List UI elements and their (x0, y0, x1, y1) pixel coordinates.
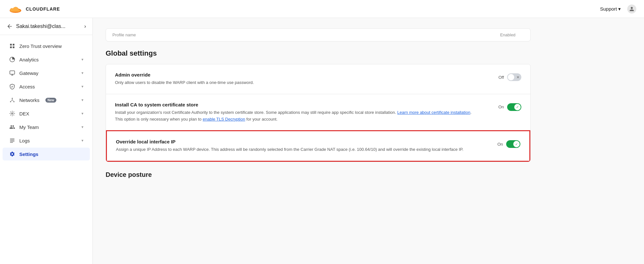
sidebar-item-zero-trust-overview[interactable]: Zero Trust overview (3, 40, 90, 52)
install-ca-desc3: for your account. (246, 117, 278, 122)
table-col-profile-name: Profile name (112, 32, 492, 37)
admin-override-text: Admin override Only allow users to disab… (115, 72, 483, 86)
admin-override-desc: Only allow users to disable the WARP cli… (115, 79, 483, 86)
sidebar-item-label: Networks (19, 97, 40, 103)
install-ca-toggle-label: On (498, 105, 504, 109)
install-ca-text: Install CA to system certificate store I… (115, 102, 483, 123)
sidebar-item-access[interactable]: Access ▾ (3, 80, 90, 93)
shield-icon (9, 83, 15, 90)
account-info: Sakai.takeshi@clas... (6, 23, 65, 30)
sidebar-nav: Zero Trust overview Analytics ▾ (0, 35, 92, 165)
sidebar-item-left: DEX (9, 110, 29, 117)
override-local-ip-toggle[interactable]: ✓ (506, 140, 520, 148)
svg-point-9 (14, 101, 14, 102)
sidebar-item-left: Gateway (9, 70, 38, 76)
gateway-icon (9, 70, 15, 76)
global-settings-title: Global settings (106, 49, 531, 58)
support-label: Support (600, 6, 617, 12)
sidebar: Sakai.takeshi@clas... › Zero Trust overv… (0, 18, 93, 264)
sidebar-item-dex[interactable]: DEX ▾ (3, 107, 90, 120)
sidebar-item-label: Settings (19, 151, 38, 157)
sidebar-item-label: Analytics (19, 57, 39, 62)
sidebar-item-analytics[interactable]: Analytics ▾ (3, 53, 90, 66)
install-ca-card-inner: Install CA to system certificate store I… (106, 94, 530, 131)
override-local-ip-card: Override local interface IP Assign a uni… (106, 130, 530, 162)
install-ca-card: Install CA to system certificate store I… (106, 94, 530, 131)
svg-rect-14 (10, 142, 13, 143)
cert-installation-link[interactable]: Learn more about certificate installatio… (397, 110, 470, 115)
sidebar-item-left: Logs (9, 137, 30, 144)
svg-rect-12 (10, 140, 14, 141)
override-local-ip-toggle-label: On (497, 142, 503, 147)
install-ca-desc: Install your organization's root Certifi… (115, 109, 483, 123)
user-avatar[interactable] (627, 5, 636, 14)
sidebar-item-settings[interactable]: Settings (3, 148, 90, 160)
logo[interactable]: CLOUDFLARE (8, 4, 60, 14)
install-ca-desc2: This option is only necessary when you p… (115, 117, 202, 122)
sidebar-item-left: Access (9, 83, 35, 90)
main-inner: Profile name Enabled Global settings Adm… (93, 18, 544, 189)
svg-rect-6 (10, 71, 15, 74)
override-local-ip-card-inner: Override local interface IP Assign a uni… (107, 131, 529, 161)
chevron-down-icon: ▾ (81, 98, 83, 102)
table-col-enabled: Enabled (492, 32, 524, 37)
toggle-knob: ✓ (514, 104, 521, 110)
sidebar-item-left: Settings (9, 151, 38, 157)
svg-rect-4 (13, 47, 14, 48)
logs-icon (9, 137, 15, 144)
chevron-down-icon: ▾ (81, 125, 83, 129)
table-header-row: Profile name Enabled (106, 28, 531, 41)
install-ca-title: Install CA to system certificate store (115, 102, 483, 107)
back-icon (6, 23, 13, 30)
toggle-knob (508, 74, 514, 80)
account-selector[interactable]: Sakai.takeshi@clas... › (0, 18, 92, 35)
app-layout: Sakai.takeshi@clas... › Zero Trust overv… (0, 18, 644, 264)
admin-override-title: Admin override (115, 72, 483, 77)
sidebar-item-left: My Team (9, 124, 39, 130)
support-chevron-icon: ▾ (618, 6, 621, 12)
svg-rect-11 (10, 139, 14, 139)
sidebar-item-networks[interactable]: Networks New ▾ (3, 94, 90, 106)
sidebar-item-my-team[interactable]: My Team ▾ (3, 121, 90, 133)
device-posture-title: Device posture (106, 171, 531, 178)
gear-icon (9, 151, 15, 157)
main-content: Profile name Enabled Global settings Adm… (93, 18, 644, 264)
chevron-down-icon: ▾ (81, 84, 83, 89)
admin-override-toggle-label: Off (498, 75, 504, 80)
settings-card-group: Admin override Only allow users to disab… (106, 64, 531, 162)
dex-icon (9, 110, 15, 117)
tls-decryption-link[interactable]: enable TLS Decryption (203, 117, 245, 122)
account-name: Sakai.takeshi@clas... (16, 23, 65, 29)
svg-rect-2 (13, 44, 14, 45)
chevron-down-icon: ▾ (81, 57, 83, 62)
sidebar-item-label: Gateway (19, 70, 38, 76)
chevron-down-icon: ▾ (81, 138, 83, 143)
chevron-down-icon: ▾ (81, 71, 83, 75)
override-local-ip-desc: Assign a unique IP Address to each WARP … (116, 146, 482, 153)
admin-override-toggle-area: Off ✕ (489, 72, 521, 81)
install-ca-toggle[interactable]: ✓ (507, 103, 521, 111)
svg-rect-13 (10, 141, 14, 142)
chevron-down-icon: ▾ (81, 111, 83, 116)
new-badge: New (45, 98, 57, 103)
sidebar-item-label: Zero Trust overview (19, 43, 62, 49)
svg-point-7 (12, 98, 13, 99)
toggle-x-icon: ✕ (516, 75, 519, 79)
admin-override-card: Admin override Only allow users to disab… (106, 64, 530, 94)
toggle-knob: ✓ (513, 141, 520, 147)
install-ca-toggle-area: On ✓ (489, 102, 521, 111)
support-button[interactable]: Support ▾ (600, 6, 621, 12)
admin-override-card-inner: Admin override Only allow users to disab… (106, 64, 530, 94)
sidebar-item-label: DEX (19, 111, 29, 116)
sidebar-item-gateway[interactable]: Gateway ▾ (3, 67, 90, 79)
team-icon (9, 124, 15, 130)
sidebar-item-logs[interactable]: Logs ▾ (3, 134, 90, 147)
admin-override-toggle[interactable]: ✕ (507, 73, 521, 81)
cloudflare-logo-icon (8, 4, 23, 14)
user-icon (629, 6, 634, 12)
grid-icon (9, 43, 15, 49)
logo-text: CLOUDFLARE (26, 6, 60, 12)
sidebar-item-label: Logs (19, 138, 30, 143)
sidebar-item-label: Access (19, 84, 35, 89)
sidebar-item-left: Analytics (9, 56, 39, 63)
